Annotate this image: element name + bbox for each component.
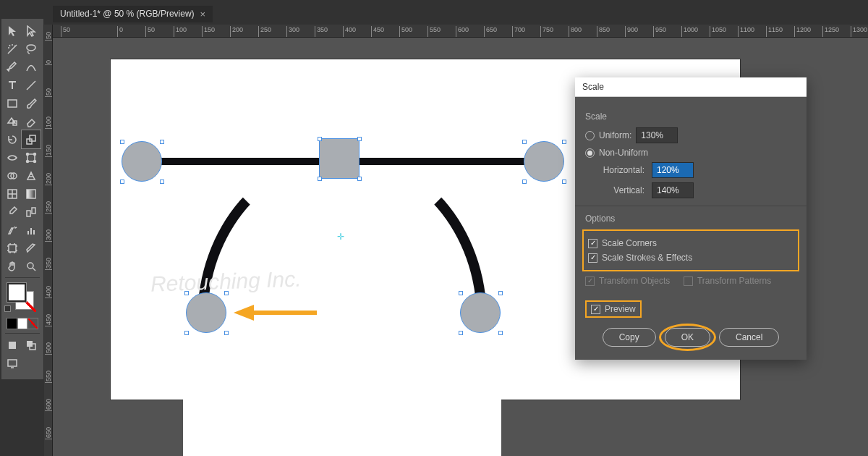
shape-circle[interactable]	[186, 292, 226, 333]
eraser-tool[interactable]	[22, 112, 41, 130]
color-mode-row	[3, 316, 42, 331]
width-tool[interactable]	[3, 148, 22, 166]
horizontal-label: Horizontal:	[597, 165, 644, 175]
checkbox-transform-objects	[585, 276, 595, 286]
column-graph-tool[interactable]	[22, 221, 41, 239]
nonuniform-radio-row[interactable]: Non-Uniform	[585, 148, 796, 158]
ruler-tick: 1300	[851, 26, 867, 38]
svg-rect-19	[8, 360, 17, 366]
transform-objects-row: Transform Objects Transform Patterns	[585, 276, 796, 286]
horizontal-value-field[interactable]: 120%	[652, 162, 694, 178]
artboard-tool[interactable]	[3, 239, 22, 257]
blend-tool[interactable]	[22, 203, 41, 221]
ruler-tick: 1250	[822, 26, 839, 38]
gradient-tool[interactable]	[22, 185, 41, 203]
eyedropper-tool[interactable]	[3, 203, 22, 221]
selection-tool[interactable]	[3, 22, 22, 40]
checkbox-scale-strokes[interactable]	[588, 253, 597, 263]
color-chip-fill[interactable]	[7, 318, 17, 329]
checkbox-scale-corners[interactable]	[588, 239, 597, 248]
ruler-tick: 600	[45, 399, 53, 411]
zoom-tool[interactable]	[22, 257, 41, 275]
line-segment-tool[interactable]	[22, 76, 41, 94]
rectangle-tool[interactable]	[3, 94, 22, 112]
ruler-tick: 600	[456, 26, 469, 38]
ruler-tick: 450	[371, 26, 384, 38]
color-chip-gradient[interactable]	[17, 318, 28, 329]
ruler-tick: 500	[45, 342, 53, 355]
radio-nonuniform[interactable]	[585, 148, 595, 158]
svg-point-6	[27, 160, 29, 162]
perspective-grid-tool[interactable]	[22, 166, 41, 185]
svg-rect-0	[8, 100, 17, 107]
scale-corners-row[interactable]: Scale Corners	[588, 238, 793, 248]
vertical-value-field[interactable]: 140%	[652, 182, 694, 198]
shape-builder-tool[interactable]	[3, 166, 22, 185]
free-transform-tool[interactable]	[22, 148, 41, 166]
transform-patterns-label: Transform Patterns	[697, 276, 771, 286]
ruler-tick: 50	[145, 26, 155, 38]
ruler-tick: 350	[45, 258, 53, 270]
mesh-tool[interactable]	[3, 185, 22, 203]
nonuniform-label: Non-Uniform	[599, 148, 648, 158]
magic-wand-tool[interactable]	[3, 40, 22, 58]
drawing-mode-normal[interactable]	[3, 336, 22, 354]
ruler-tick: 800	[569, 26, 582, 38]
fill-stroke-swatch[interactable]	[3, 280, 42, 316]
direct-selection-tool[interactable]	[22, 22, 41, 40]
color-chip-none[interactable]	[27, 318, 38, 329]
ruler-tick: 100	[45, 117, 53, 129]
scale-tool[interactable]	[22, 130, 41, 148]
checkbox-preview[interactable]	[591, 305, 600, 314]
tab-title: Untitled-1* @ 50 % (RGB/Preview)	[60, 9, 195, 19]
ruler-tick: 650	[45, 427, 53, 439]
copy-button[interactable]: Copy	[603, 328, 656, 347]
ruler-tick: 1050	[710, 26, 726, 38]
slice-tool[interactable]	[22, 239, 41, 257]
svg-point-4	[27, 153, 29, 155]
close-tab-icon[interactable]: ×	[200, 9, 206, 20]
shape-circle[interactable]	[460, 292, 501, 333]
svg-rect-2	[30, 135, 35, 141]
uniform-label: Uniform:	[599, 130, 631, 140]
ruler-tick: 1000	[681, 26, 698, 38]
svg-rect-11	[27, 190, 35, 198]
svg-rect-13	[32, 208, 35, 214]
hand-tool[interactable]	[3, 257, 22, 275]
curvature-tool[interactable]	[22, 58, 41, 76]
scale-dialog: Scale Scale Uniform: 130% Non-Uniform Ho…	[575, 77, 807, 360]
uniform-radio-row[interactable]: Uniform: 130%	[585, 127, 796, 143]
ruler-tick: 50	[61, 26, 70, 38]
ruler-tick: 250	[258, 26, 271, 38]
scale-corners-label: Scale Corners	[602, 238, 657, 248]
scale-strokes-label: Scale Strokes & Effects	[602, 253, 692, 263]
dialog-title: Scale	[575, 77, 807, 97]
ruler-tick: 400	[343, 26, 356, 38]
shape-circle[interactable]	[524, 141, 564, 182]
screen-mode[interactable]	[3, 354, 22, 372]
uniform-value-field[interactable]: 130%	[636, 127, 678, 143]
ruler-tick: 1200	[794, 26, 811, 38]
ruler-tick: 0	[117, 26, 123, 38]
ruler-tick: 300	[286, 26, 299, 38]
scale-strokes-row[interactable]: Scale Strokes & Effects	[588, 253, 793, 263]
pen-tool[interactable]	[3, 58, 22, 76]
type-tool[interactable]	[3, 76, 22, 94]
drawing-mode-behind[interactable]	[22, 336, 41, 354]
ok-button[interactable]: OK	[665, 328, 710, 347]
shape-circle[interactable]	[122, 141, 162, 182]
document-tab[interactable]: Untitled-1* @ 50 % (RGB/Preview) ×	[53, 6, 213, 22]
ruler-tick: 950	[653, 26, 666, 38]
rotate-tool[interactable]	[3, 130, 22, 148]
ruler-tick: 850	[597, 26, 610, 38]
paintbrush-tool[interactable]	[22, 94, 41, 112]
svg-point-5	[34, 153, 36, 155]
shaper-tool[interactable]	[3, 112, 22, 130]
ruler-tick: 50	[45, 32, 53, 41]
radio-uniform[interactable]	[585, 131, 595, 140]
lasso-tool[interactable]	[22, 40, 41, 58]
cancel-button[interactable]: Cancel	[719, 328, 779, 347]
preview-highlight-box: Preview	[585, 300, 642, 318]
symbol-sprayer-tool[interactable]	[3, 221, 22, 239]
transform-objects-label: Transform Objects	[599, 276, 670, 286]
